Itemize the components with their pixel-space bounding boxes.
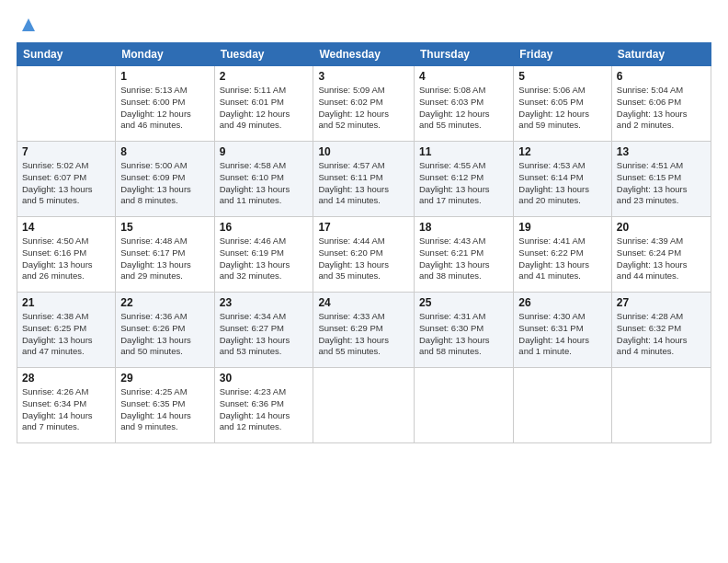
day-number: 20 bbox=[617, 221, 706, 234]
calendar-cell bbox=[611, 368, 711, 443]
day-info: Sunrise: 5:06 AM Sunset: 6:05 PM Dayligh… bbox=[518, 85, 607, 132]
day-info: Sunrise: 4:26 AM Sunset: 6:34 PM Dayligh… bbox=[22, 386, 110, 433]
calendar-cell: 23Sunrise: 4:34 AM Sunset: 6:27 PM Dayli… bbox=[214, 293, 313, 368]
day-number: 24 bbox=[318, 296, 409, 309]
day-info: Sunrise: 4:36 AM Sunset: 6:26 PM Dayligh… bbox=[120, 311, 209, 358]
calendar-cell: 1Sunrise: 5:13 AM Sunset: 6:00 PM Daylig… bbox=[116, 66, 214, 142]
calendar-cell: 19Sunrise: 4:41 AM Sunset: 6:22 PM Dayli… bbox=[514, 217, 612, 293]
calendar-cell bbox=[514, 368, 612, 443]
day-number: 6 bbox=[617, 70, 706, 83]
calendar-cell: 11Sunrise: 4:55 AM Sunset: 6:12 PM Dayli… bbox=[415, 142, 514, 217]
day-number: 22 bbox=[120, 296, 209, 309]
header bbox=[17, 15, 711, 33]
calendar-cell bbox=[415, 368, 514, 443]
day-info: Sunrise: 4:43 AM Sunset: 6:21 PM Dayligh… bbox=[419, 236, 508, 282]
day-info: Sunrise: 4:23 AM Sunset: 6:36 PM Dayligh… bbox=[220, 386, 309, 433]
calendar-table: SundayMondayTuesdayWednesdayThursdayFrid… bbox=[17, 42, 711, 443]
day-number: 4 bbox=[419, 70, 508, 83]
logo bbox=[17, 15, 39, 33]
weekday-header-tuesday: Tuesday bbox=[214, 43, 313, 66]
calendar-cell: 14Sunrise: 4:50 AM Sunset: 6:16 PM Dayli… bbox=[17, 217, 116, 293]
calendar-cell: 18Sunrise: 4:43 AM Sunset: 6:21 PM Dayli… bbox=[415, 217, 514, 293]
week-row-2: 7Sunrise: 5:02 AM Sunset: 6:07 PM Daylig… bbox=[17, 142, 711, 217]
calendar-cell: 15Sunrise: 4:48 AM Sunset: 6:17 PM Dayli… bbox=[116, 217, 214, 293]
calendar-cell bbox=[313, 368, 415, 443]
calendar-cell: 25Sunrise: 4:31 AM Sunset: 6:30 PM Dayli… bbox=[415, 293, 514, 368]
calendar-cell: 12Sunrise: 4:53 AM Sunset: 6:14 PM Dayli… bbox=[514, 142, 612, 217]
calendar-cell bbox=[17, 66, 116, 142]
calendar-cell: 10Sunrise: 4:57 AM Sunset: 6:11 PM Dayli… bbox=[313, 142, 415, 217]
weekday-header-thursday: Thursday bbox=[415, 43, 514, 66]
calendar-cell: 21Sunrise: 4:38 AM Sunset: 6:25 PM Dayli… bbox=[17, 293, 116, 368]
day-number: 16 bbox=[220, 221, 309, 234]
week-row-1: 1Sunrise: 5:13 AM Sunset: 6:00 PM Daylig… bbox=[17, 66, 711, 142]
week-row-4: 21Sunrise: 4:38 AM Sunset: 6:25 PM Dayli… bbox=[17, 293, 711, 368]
day-info: Sunrise: 4:25 AM Sunset: 6:35 PM Dayligh… bbox=[120, 386, 209, 433]
day-number: 13 bbox=[617, 145, 706, 158]
calendar-cell: 6Sunrise: 5:04 AM Sunset: 6:06 PM Daylig… bbox=[611, 66, 711, 142]
day-info: Sunrise: 5:02 AM Sunset: 6:07 PM Dayligh… bbox=[22, 160, 110, 207]
day-number: 17 bbox=[318, 221, 409, 234]
logo-text bbox=[17, 15, 39, 35]
day-info: Sunrise: 5:00 AM Sunset: 6:09 PM Dayligh… bbox=[120, 160, 209, 207]
day-number: 19 bbox=[518, 221, 607, 234]
day-info: Sunrise: 4:46 AM Sunset: 6:19 PM Dayligh… bbox=[220, 236, 309, 282]
day-number: 25 bbox=[419, 296, 508, 309]
day-info: Sunrise: 5:13 AM Sunset: 6:00 PM Dayligh… bbox=[120, 85, 209, 132]
day-info: Sunrise: 4:44 AM Sunset: 6:20 PM Dayligh… bbox=[318, 236, 409, 282]
day-number: 27 bbox=[617, 296, 706, 309]
day-info: Sunrise: 4:48 AM Sunset: 6:17 PM Dayligh… bbox=[120, 236, 209, 282]
calendar-cell: 8Sunrise: 5:00 AM Sunset: 6:09 PM Daylig… bbox=[116, 142, 214, 217]
day-number: 10 bbox=[318, 145, 409, 158]
calendar-cell: 3Sunrise: 5:09 AM Sunset: 6:02 PM Daylig… bbox=[313, 66, 415, 142]
calendar-cell: 28Sunrise: 4:26 AM Sunset: 6:34 PM Dayli… bbox=[17, 368, 116, 443]
weekday-header-saturday: Saturday bbox=[611, 43, 711, 66]
day-info: Sunrise: 4:31 AM Sunset: 6:30 PM Dayligh… bbox=[419, 311, 508, 358]
day-number: 7 bbox=[22, 145, 110, 158]
week-row-5: 28Sunrise: 4:26 AM Sunset: 6:34 PM Dayli… bbox=[17, 368, 711, 443]
day-number: 2 bbox=[220, 70, 309, 83]
calendar-cell: 16Sunrise: 4:46 AM Sunset: 6:19 PM Dayli… bbox=[214, 217, 313, 293]
calendar-cell: 9Sunrise: 4:58 AM Sunset: 6:10 PM Daylig… bbox=[214, 142, 313, 217]
weekday-header-sunday: Sunday bbox=[17, 43, 116, 66]
day-info: Sunrise: 5:11 AM Sunset: 6:01 PM Dayligh… bbox=[220, 85, 309, 132]
day-number: 3 bbox=[318, 70, 409, 83]
day-info: Sunrise: 4:57 AM Sunset: 6:11 PM Dayligh… bbox=[318, 160, 409, 207]
day-number: 8 bbox=[120, 145, 209, 158]
day-number: 21 bbox=[22, 296, 110, 309]
day-number: 9 bbox=[220, 145, 309, 158]
day-info: Sunrise: 4:50 AM Sunset: 6:16 PM Dayligh… bbox=[22, 236, 110, 282]
day-number: 15 bbox=[120, 221, 209, 234]
day-info: Sunrise: 4:58 AM Sunset: 6:10 PM Dayligh… bbox=[220, 160, 309, 207]
calendar-cell: 20Sunrise: 4:39 AM Sunset: 6:24 PM Dayli… bbox=[611, 217, 711, 293]
day-number: 29 bbox=[120, 372, 209, 385]
day-number: 18 bbox=[419, 221, 508, 234]
day-number: 28 bbox=[22, 372, 110, 385]
svg-marker-0 bbox=[22, 18, 35, 31]
day-info: Sunrise: 4:28 AM Sunset: 6:32 PM Dayligh… bbox=[617, 311, 706, 358]
day-number: 12 bbox=[518, 145, 607, 158]
calendar-cell: 22Sunrise: 4:36 AM Sunset: 6:26 PM Dayli… bbox=[116, 293, 214, 368]
day-info: Sunrise: 4:41 AM Sunset: 6:22 PM Dayligh… bbox=[518, 236, 607, 282]
day-number: 30 bbox=[220, 372, 309, 385]
day-number: 23 bbox=[220, 296, 309, 309]
day-info: Sunrise: 4:30 AM Sunset: 6:31 PM Dayligh… bbox=[518, 311, 607, 358]
calendar-cell: 2Sunrise: 5:11 AM Sunset: 6:01 PM Daylig… bbox=[214, 66, 313, 142]
day-info: Sunrise: 5:08 AM Sunset: 6:03 PM Dayligh… bbox=[419, 85, 508, 132]
calendar-cell: 4Sunrise: 5:08 AM Sunset: 6:03 PM Daylig… bbox=[415, 66, 514, 142]
calendar-cell: 27Sunrise: 4:28 AM Sunset: 6:32 PM Dayli… bbox=[611, 293, 711, 368]
day-info: Sunrise: 4:51 AM Sunset: 6:15 PM Dayligh… bbox=[617, 160, 706, 207]
page: SundayMondayTuesdayWednesdayThursdayFrid… bbox=[0, 0, 728, 563]
weekday-header-friday: Friday bbox=[514, 43, 612, 66]
day-info: Sunrise: 4:39 AM Sunset: 6:24 PM Dayligh… bbox=[617, 236, 706, 282]
day-info: Sunrise: 4:34 AM Sunset: 6:27 PM Dayligh… bbox=[220, 311, 309, 358]
weekday-header-wednesday: Wednesday bbox=[313, 43, 415, 66]
day-info: Sunrise: 4:33 AM Sunset: 6:29 PM Dayligh… bbox=[318, 311, 409, 358]
calendar-cell: 13Sunrise: 4:51 AM Sunset: 6:15 PM Dayli… bbox=[611, 142, 711, 217]
day-info: Sunrise: 5:09 AM Sunset: 6:02 PM Dayligh… bbox=[318, 85, 409, 132]
day-number: 14 bbox=[22, 221, 110, 234]
day-info: Sunrise: 4:55 AM Sunset: 6:12 PM Dayligh… bbox=[419, 160, 508, 207]
day-number: 26 bbox=[518, 296, 607, 309]
day-number: 5 bbox=[518, 70, 607, 83]
day-number: 1 bbox=[120, 70, 209, 83]
